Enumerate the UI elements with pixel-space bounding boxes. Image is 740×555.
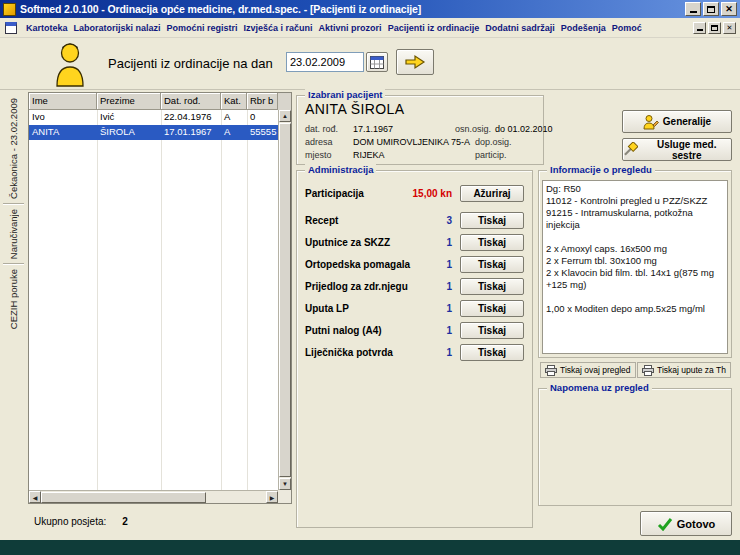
vertical-scrollbar[interactable]: ▲ ▼ xyxy=(278,110,291,490)
admin-row-label: Ortopedska pomagala xyxy=(305,259,410,270)
cell-datrod: 22.04.1976 xyxy=(161,110,221,125)
menu-item-pacijenti-iz-ordinacije[interactable]: Pacijenti iz ordinacije xyxy=(385,23,483,33)
table-row-selected[interactable]: ANITA ŠIROLA 17.01.1967 A 55555 xyxy=(29,125,278,140)
tiskaj-button[interactable]: Tiskaj xyxy=(460,234,524,251)
patient-name: ANITA ŠIROLA xyxy=(305,101,404,117)
side-tab-cekaonica[interactable]: Čekaonica - 23.02.2009 xyxy=(8,98,19,199)
window-close-button[interactable]: ✕ xyxy=(721,2,737,16)
horizontal-scrollbar[interactable]: ◀ ▶ xyxy=(29,490,278,503)
admin-row-uputnice: Uputnice za SKZZ 1 Tiskaj xyxy=(305,233,524,251)
menu-item-izvjesca-i-racuni[interactable]: Izvješća i računi xyxy=(241,23,316,33)
column-header-ime[interactable]: Ime xyxy=(29,93,97,110)
admin-row-value: 3 xyxy=(410,215,460,226)
window-maximize-button[interactable] xyxy=(703,2,719,16)
info-line: 91215 - Intramuskularna, potkožna injekc… xyxy=(546,207,724,231)
mdi-close-button[interactable]: ✕ xyxy=(723,22,736,34)
group-title: Informacije o pregledu xyxy=(547,164,655,175)
tiskaj-button[interactable]: Tiskaj xyxy=(460,212,524,229)
exam-info-text: Dg: R50 11012 - Kontrolni pregled u PZZ/… xyxy=(542,180,728,354)
usluge-label: Usluge med. sestre xyxy=(642,139,731,161)
generalije-button[interactable]: Generalije xyxy=(622,110,732,133)
tiskaj-button[interactable]: Tiskaj xyxy=(460,344,524,361)
column-header-datrod[interactable]: Dat. rođ. xyxy=(161,93,221,110)
print-exam-button[interactable]: Tiskaj ovaj pregled xyxy=(540,362,636,378)
particip-label: particip. xyxy=(475,150,507,160)
tiskaj-button[interactable]: Tiskaj xyxy=(460,300,524,317)
menu-item-pomocni-registri[interactable]: Pomoćni registri xyxy=(164,23,241,33)
menu-item-kartoteka[interactable]: Kartoteka xyxy=(23,23,71,33)
cell-ime: ANITA xyxy=(29,125,97,140)
cell-ime: Ivo xyxy=(29,110,97,125)
patients-panel: Ime Prezime Dat. rođ. Kat. Rbr b Ivo Ivi… xyxy=(28,92,292,536)
window-minimize-button[interactable] xyxy=(685,2,701,16)
azuriraj-button[interactable]: Ažuriraj xyxy=(460,185,524,202)
person-edit-icon xyxy=(643,114,659,130)
restore-icon xyxy=(711,25,718,31)
date-input[interactable] xyxy=(286,52,364,72)
tiskaj-button[interactable]: Tiskaj xyxy=(460,278,524,295)
tiskaj-button[interactable]: Tiskaj xyxy=(460,256,524,273)
column-header-kat[interactable]: Kat. xyxy=(221,93,247,110)
go-button[interactable] xyxy=(396,49,434,75)
gotovo-label: Gotovo xyxy=(677,518,716,530)
admin-row-putni-nalog: Putni nalog (A4) 1 Tiskaj xyxy=(305,321,524,339)
printer-icon xyxy=(545,365,557,376)
tab-divider xyxy=(3,203,24,205)
info-line: 2 x Klavocin bid film. tbl. 14x1 g(875 m… xyxy=(546,267,724,291)
info-line: Dg: R50 xyxy=(546,183,724,195)
column-divider xyxy=(161,110,162,490)
patients-table: Ime Prezime Dat. rođ. Kat. Rbr b Ivo Ivi… xyxy=(28,92,292,504)
administration-group: Administracija Participacija 15,00 kn Až… xyxy=(296,170,533,528)
admin-row-lijecnicka-potvrda: Liječnička potvrda 1 Tiskaj xyxy=(305,343,524,361)
exam-info-group: Informacije o pregledu Dg: R50 11012 - K… xyxy=(538,170,732,358)
note-group: Napomena uz pregled xyxy=(538,388,732,506)
minimize-icon xyxy=(690,11,697,13)
admin-row-uputa-lp: Uputa LP 1 Tiskaj xyxy=(305,299,524,317)
menu-item-pomoc[interactable]: Pomoć xyxy=(609,23,645,33)
admin-row-value: 1 xyxy=(410,259,460,270)
close-icon: ✕ xyxy=(725,5,733,14)
tiskaj-button[interactable]: Tiskaj xyxy=(460,322,524,339)
visits-footer: Ukupno posjeta: 2 xyxy=(34,516,128,527)
admin-row-label: Participacija xyxy=(305,188,410,199)
toolbar: Pacijenti iz ordinacije na dan xyxy=(0,38,740,90)
menu-item-aktivni-prozori[interactable]: Aktivni prozori xyxy=(316,23,385,33)
window-title: Softmed 2.0.100 - Ordinacija opće medici… xyxy=(20,3,683,15)
column-header-rbr[interactable]: Rbr b xyxy=(247,93,278,110)
side-tab-narucivanje[interactable]: Naručivanje xyxy=(8,209,19,259)
cell-rbr: 0 xyxy=(247,110,278,125)
cell-prezime: Ivić xyxy=(97,110,161,125)
column-header-prezime[interactable]: Prezime xyxy=(97,93,161,110)
mdi-minimize-button[interactable] xyxy=(693,22,706,34)
print-th-button[interactable]: Tiskaj upute za Th xyxy=(637,362,731,378)
menu-item-podesenja[interactable]: Podešenja xyxy=(558,23,609,33)
admin-row-participacija: Participacija 15,00 kn Ažuriraj xyxy=(305,184,524,202)
osnosig-label: osn.osig. xyxy=(455,124,491,134)
gotovo-button[interactable]: Gotovo xyxy=(640,511,732,536)
mdi-form-icon[interactable] xyxy=(5,22,17,34)
doposig-label: dop.osig. xyxy=(475,137,512,147)
vertical-scroll-thumb[interactable] xyxy=(279,123,291,477)
scroll-right-icon[interactable]: ▶ xyxy=(266,491,278,503)
scroll-up-icon[interactable]: ▲ xyxy=(279,110,291,122)
usluge-med-sestre-button[interactable]: Usluge med. sestre xyxy=(622,138,732,161)
mdi-restore-button[interactable] xyxy=(708,22,721,34)
datrod-label: dat. rođ. xyxy=(305,124,338,134)
generalije-label: Generalije xyxy=(663,116,711,127)
menu-item-laboratorijski-nalazi[interactable]: Laboratorijski nalazi xyxy=(71,23,164,33)
admin-row-value: 1 xyxy=(410,347,460,358)
scroll-left-icon[interactable]: ◀ xyxy=(29,491,41,503)
menu-item-dodatni-sadrzaji[interactable]: Dodatni sadržaji xyxy=(482,23,558,33)
calendar-icon xyxy=(370,56,384,69)
admin-row-label: Prijedlog za zdr.njegu xyxy=(305,281,410,292)
table-row[interactable]: Ivo Ivić 22.04.1976 A 0 xyxy=(29,110,278,125)
side-tab-cezih-poruke[interactable]: CEZIH poruke xyxy=(8,269,19,329)
calendar-button[interactable] xyxy=(366,52,388,72)
group-title: Administracija xyxy=(305,164,376,175)
horizontal-scroll-thumb[interactable] xyxy=(41,492,206,503)
printer-icon xyxy=(642,365,654,376)
adresa-value: DOM UMIROVLJENIKA 75-A xyxy=(353,137,470,147)
scroll-down-icon[interactable]: ▼ xyxy=(279,478,291,490)
column-divider xyxy=(97,110,98,490)
horizontal-scroll-track[interactable] xyxy=(206,492,266,503)
